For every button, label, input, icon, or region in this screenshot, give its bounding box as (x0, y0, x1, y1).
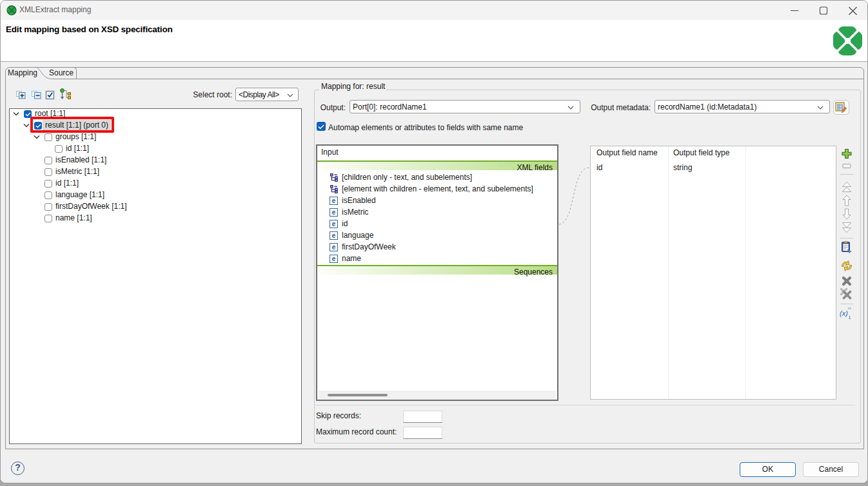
svg-text:1: 1 (849, 315, 851, 320)
svg-text:(x): (x) (840, 309, 848, 317)
svg-text:°°: °° (848, 307, 852, 312)
